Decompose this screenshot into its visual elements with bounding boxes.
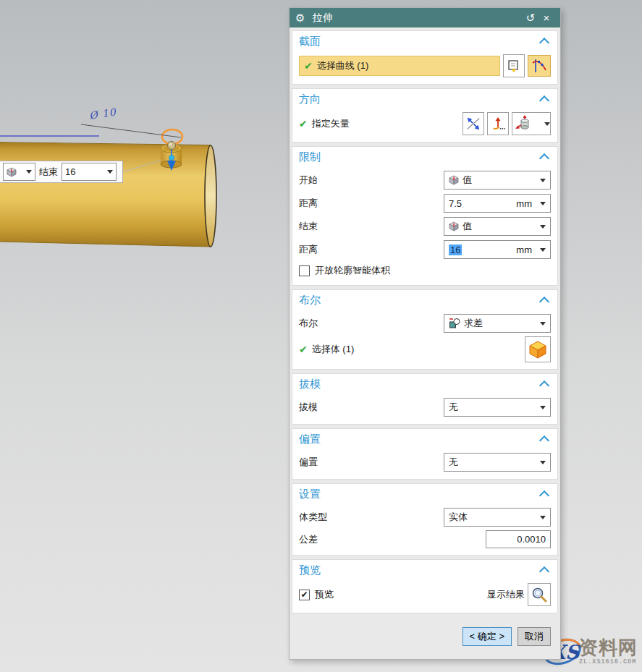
nx-extrude-screen: { "colors": { "titlebar_teal": "#4a7e7e"… (0, 0, 642, 672)
show-result-label: 显示结果 (487, 588, 525, 601)
cube-icon (7, 167, 17, 177)
chevron-up-icon[interactable] (539, 38, 549, 48)
dialog-footer: < 确定 > 取消 (290, 617, 560, 659)
draft-header-label: 拔模 (299, 378, 321, 391)
magnifier-icon (531, 586, 548, 603)
body-type-row: 体类型 实体 (299, 507, 551, 527)
start-distance-row: 距离 7.5 mm (299, 193, 551, 213)
sketch-section-button[interactable]: ★ (503, 54, 525, 77)
preview-group-header[interactable]: 预览 (299, 560, 551, 580)
caret-down-icon (540, 179, 546, 182)
select-body-label: 选择体 (1) (312, 343, 355, 356)
chevron-up-icon[interactable] (539, 490, 549, 501)
watermark-site-name: 资料网 (579, 638, 638, 657)
end-distance-row: 距离 16 mm (299, 239, 551, 260)
cancel-button[interactable]: 取消 (518, 627, 551, 646)
offset-row: 偏置 无 (299, 452, 551, 472)
select-curve-label: 选择曲线 (1) (317, 59, 369, 72)
caret-down-icon (540, 248, 546, 252)
vector-type-dropdown[interactable] (512, 112, 551, 135)
end-distance-input[interactable]: 16 mm (444, 240, 551, 259)
draft-dropdown[interactable]: 无 (444, 398, 551, 417)
offset-label: 偏置 (299, 456, 318, 469)
end-distance-value: 16 (449, 244, 462, 255)
dialog-titlebar[interactable]: ⚙ 拉伸 ↺ × (290, 8, 560, 27)
boolean-group-header[interactable]: 布尔 (299, 290, 551, 310)
tolerance-input[interactable]: 0.0010 (486, 530, 551, 548)
chevron-up-icon[interactable] (539, 566, 549, 577)
end-row: 结束 值 (299, 216, 551, 237)
select-body-button[interactable] (525, 336, 551, 362)
show-result-button[interactable] (528, 583, 551, 606)
ok-button[interactable]: < 确定 > (463, 627, 512, 646)
offset-group: 偏置 偏置 无 (292, 428, 558, 480)
draft-group-header[interactable]: 拔模 (299, 374, 551, 394)
handle-dot[interactable] (169, 155, 174, 160)
limits-group-header[interactable]: 限制 (299, 147, 551, 167)
end-label: 结束 (39, 166, 58, 179)
solid-body-cube-icon (528, 340, 547, 359)
chevron-up-icon[interactable] (539, 380, 549, 391)
chevron-up-icon[interactable] (539, 297, 549, 307)
cube-icon (449, 175, 459, 185)
settings-group: 设置 体类型 实体 公差 0.0010 (292, 483, 558, 556)
end-distance-value: 16 (65, 166, 75, 177)
cylinder-end-cap[interactable] (205, 145, 216, 247)
body-type-dropdown[interactable]: 实体 (444, 508, 551, 527)
offset-dropdown[interactable]: 无 (444, 453, 551, 472)
caret-down-icon (107, 170, 113, 174)
end-distance-label: 距离 (299, 243, 318, 256)
end-label: 结束 (299, 220, 318, 233)
caret-down-icon (540, 516, 546, 519)
draft-label: 拔模 (299, 401, 318, 414)
chevron-up-icon[interactable] (539, 95, 549, 106)
chevron-up-icon[interactable] (539, 153, 549, 163)
body-type-value: 实体 (449, 511, 468, 524)
curve-select-button[interactable] (528, 55, 551, 77)
start-distance-unit: mm (516, 198, 532, 209)
dialog-body: 截面 ✔ 选择曲线 (1) ★ (290, 27, 560, 617)
boolean-label: 布尔 (299, 317, 318, 330)
boolean-dropdown[interactable]: 求差 (444, 314, 551, 333)
direction-group-header[interactable]: 方向 (299, 89, 551, 109)
check-icon: ✔ (304, 61, 313, 71)
preview-checkbox[interactable]: ✔ (299, 590, 310, 600)
chevron-up-icon[interactable] (539, 435, 549, 446)
boolean-value: 求差 (464, 317, 483, 330)
specify-vector-label: 指定矢量 (312, 117, 350, 130)
caret-down-icon (540, 225, 546, 229)
watermark-site-url: ZL.XS1616.COM (579, 658, 638, 665)
end-type-value: 值 (463, 220, 472, 233)
reset-icon[interactable]: ↺ (523, 12, 538, 23)
end-type-dropdown[interactable]: 值 (444, 217, 551, 236)
dimension-label[interactable]: Ø 10 (88, 106, 117, 122)
subtract-icon (449, 318, 460, 329)
check-icon: ✔ (299, 344, 308, 354)
open-profile-checkbox[interactable] (299, 265, 310, 276)
select-body-row: ✔ 选择体 (1) (299, 336, 551, 362)
end-type-dropdown[interactable] (3, 163, 35, 181)
section-group-header[interactable]: 截面 (299, 31, 551, 51)
start-distance-input[interactable]: 7.5 mm (444, 194, 551, 213)
offset-group-header[interactable]: 偏置 (299, 429, 551, 449)
preview-label: 预览 (315, 588, 334, 601)
tolerance-value: 0.0010 (517, 534, 546, 545)
draft-row: 拔模 无 (299, 397, 551, 417)
draft-value: 无 (449, 401, 458, 414)
reverse-direction-button[interactable] (463, 112, 484, 135)
cylinder-solid[interactable] (0, 143, 216, 247)
close-icon[interactable]: × (538, 12, 554, 23)
start-row: 开始 值 (299, 170, 551, 190)
extrude-dialog: ⚙ 拉伸 ↺ × 截面 ✔ 选择曲线 (1) (289, 7, 561, 660)
settings-group-header[interactable]: 设置 (299, 484, 551, 504)
start-distance-label: 距离 (299, 197, 318, 210)
draft-group: 拔模 拔模 无 (292, 373, 558, 425)
start-type-dropdown[interactable]: 值 (444, 171, 551, 190)
select-curve-field[interactable]: ✔ 选择曲线 (1) (299, 56, 500, 76)
end-distance-unit: mm (516, 244, 532, 255)
preview-header-label: 预览 (299, 563, 321, 577)
vector-dialog-button[interactable] (487, 112, 509, 135)
open-profile-label: 开放轮廓智能体积 (315, 264, 390, 277)
end-distance-input[interactable]: 16 (62, 163, 117, 181)
select-curve-row: ✔ 选择曲线 (1) ★ (299, 54, 551, 77)
